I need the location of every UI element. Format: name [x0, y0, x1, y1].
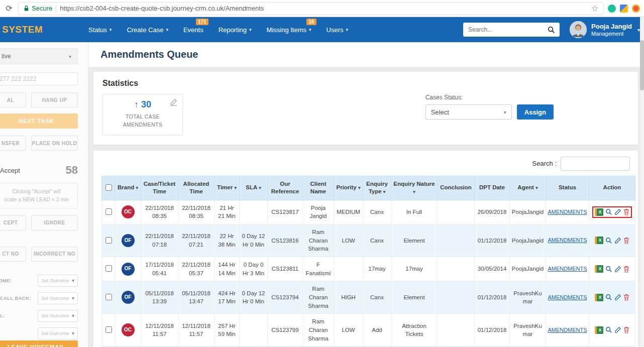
- nav-item-missing-items[interactable]: Missing Items ▾ 16: [267, 26, 311, 34]
- view-icon[interactable]: [605, 294, 612, 301]
- dial-button[interactable]: AL: [0, 92, 26, 107]
- sort-icon[interactable]: ▾: [259, 185, 261, 190]
- column-header[interactable]: Brand ▾: [115, 176, 141, 200]
- sort-icon[interactable]: ▾: [535, 185, 538, 190]
- nav-item-events[interactable]: Events 171: [183, 26, 203, 34]
- page-scrollbar[interactable]: [640, 17, 644, 347]
- select-all-checkbox[interactable]: [105, 184, 112, 191]
- assign-button[interactable]: Assign: [517, 104, 554, 120]
- column-header[interactable]: Allocated Time: [178, 176, 214, 200]
- extension-icon-multicolor[interactable]: [620, 5, 628, 13]
- row-checkbox[interactable]: [105, 326, 112, 333]
- excel-export-icon[interactable]: X: [595, 208, 603, 216]
- view-icon[interactable]: [605, 326, 612, 333]
- sort-icon[interactable]: ▾: [413, 189, 415, 194]
- edit-icon[interactable]: [614, 266, 621, 273]
- column-header[interactable]: SLA ▾: [240, 176, 268, 200]
- excel-export-icon[interactable]: X: [595, 265, 603, 273]
- status-amendments-link[interactable]: AMENDMENTS: [548, 294, 587, 300]
- view-icon[interactable]: [605, 237, 612, 244]
- nav-item-users[interactable]: Users ▾: [327, 26, 348, 34]
- set-outcome-select[interactable]: Set Outcome ▾: [38, 292, 78, 304]
- column-header[interactable]: Conclusion: [438, 176, 475, 200]
- reload-icon[interactable]: ⟳: [4, 4, 14, 14]
- priority-cell: MEDIUM: [334, 200, 363, 224]
- column-header[interactable]: Case/Ticket Time: [141, 176, 178, 200]
- ignore-button[interactable]: IGNORE: [31, 215, 78, 230]
- set-outcome-select[interactable]: Set Outcome ▾: [38, 310, 78, 322]
- delete-icon[interactable]: [623, 294, 629, 301]
- delete-icon[interactable]: [623, 326, 629, 333]
- column-header[interactable]: Our Reference: [268, 176, 303, 200]
- next-task-button[interactable]: NEXT TASK: [0, 113, 78, 129]
- extension-icon-green[interactable]: [608, 5, 616, 13]
- delete-icon[interactable]: [623, 237, 629, 244]
- total-case-amendments-card[interactable]: ↑ 30 TOTAL CASE AMENDMENTS: [102, 94, 183, 136]
- set-outcome-select[interactable]: Set Outcome ▾: [38, 327, 78, 339]
- excel-export-icon[interactable]: X: [595, 326, 603, 334]
- app-logo[interactable]: SYSTEM: [0, 24, 88, 35]
- column-header[interactable]: Priority ▾: [334, 176, 363, 200]
- accept-hint-text: Clicking "Accept" will ocate a NEW LEAD …: [0, 183, 78, 208]
- sidebar-section-header[interactable]: tive ▾: [0, 48, 78, 64]
- outcome-label: AIL:: [0, 313, 5, 318]
- nav-item-create-case[interactable]: Create Case ▾: [127, 26, 168, 34]
- excel-export-icon[interactable]: X: [595, 294, 603, 301]
- column-header[interactable]: Client Name: [303, 176, 334, 200]
- correct-number-button[interactable]: CT NO: [0, 247, 26, 262]
- brand-cell: OC: [115, 200, 141, 224]
- nav-item-reporting[interactable]: Reporting ▾: [219, 26, 252, 34]
- edit-icon[interactable]: [614, 237, 621, 244]
- bookmark-star-icon[interactable]: ☆: [591, 4, 598, 13]
- column-header[interactable]: Timer ▾: [214, 176, 240, 200]
- nav-item-status[interactable]: Status ▾: [88, 26, 112, 34]
- transfer-button[interactable]: NSFER: [0, 136, 26, 151]
- edit-icon[interactable]: [614, 208, 621, 215]
- view-icon[interactable]: [605, 208, 612, 215]
- view-icon[interactable]: [605, 266, 612, 273]
- column-header[interactable]: DPT Date: [475, 176, 510, 200]
- delete-icon[interactable]: [623, 266, 629, 273]
- user-menu[interactable]: Pooja Jangid Management ▾: [570, 21, 644, 38]
- cases-status-select[interactable]: Select ▾: [425, 104, 512, 120]
- delete-icon[interactable]: [623, 208, 629, 215]
- column-header[interactable]: Agent ▾: [510, 176, 546, 200]
- global-search-button[interactable]: [543, 23, 560, 37]
- phone-number-input[interactable]: [0, 72, 78, 85]
- status-amendments-link[interactable]: AMENDMENTS: [548, 209, 587, 215]
- column-header[interactable]: Action: [589, 176, 635, 200]
- row-checkbox[interactable]: [105, 237, 112, 244]
- set-outcome-select[interactable]: Set Outcome ▾: [38, 275, 78, 287]
- place-on-hold-button[interactable]: PLACE ON HOLD: [31, 136, 78, 151]
- column-header[interactable]: Enquiry Nature ▾: [391, 176, 438, 200]
- edit-stat-icon[interactable]: [169, 98, 178, 108]
- column-header[interactable]: Status: [546, 176, 589, 200]
- leave-voicemail-button[interactable]: LEAVE VOICEMAIL: [0, 340, 78, 347]
- status-amendments-link[interactable]: AMENDMENTS: [548, 237, 587, 243]
- chevron-down-icon: ▾: [110, 27, 112, 32]
- global-search: [463, 23, 560, 37]
- extension-icon-red[interactable]: [632, 5, 640, 13]
- sort-icon[interactable]: ▾: [358, 185, 361, 190]
- row-checkbox[interactable]: [105, 294, 112, 300]
- sort-icon[interactable]: ▾: [383, 189, 386, 194]
- address-bar[interactable]: Secure https://csb2-004-csb-create-quote…: [18, 2, 604, 15]
- status-amendments-link[interactable]: AMENDMENTS: [548, 327, 587, 333]
- edit-icon[interactable]: [614, 326, 621, 333]
- edit-icon[interactable]: [614, 294, 621, 301]
- brand-cell: OF: [115, 281, 141, 314]
- accept-button[interactable]: CEPT: [0, 215, 26, 230]
- row-checkbox[interactable]: [105, 265, 112, 272]
- row-checkbox[interactable]: [105, 208, 112, 215]
- incorrect-number-button[interactable]: INCORRECT NO: [31, 247, 78, 262]
- table-search-input[interactable]: [561, 157, 630, 171]
- stat-label-line1: TOTAL CASE: [109, 113, 176, 121]
- column-header[interactable]: Enquiry Type ▾: [363, 176, 391, 200]
- sort-icon[interactable]: ▾: [136, 185, 138, 190]
- status-amendments-link[interactable]: AMENDMENTS: [548, 266, 587, 272]
- scrollbar-thumb[interactable]: [640, 40, 644, 90]
- hang-up-button[interactable]: HANG UP: [31, 92, 78, 107]
- excel-export-icon[interactable]: X: [595, 237, 603, 244]
- global-search-input[interactable]: [463, 23, 543, 37]
- sort-icon[interactable]: ▾: [234, 185, 237, 190]
